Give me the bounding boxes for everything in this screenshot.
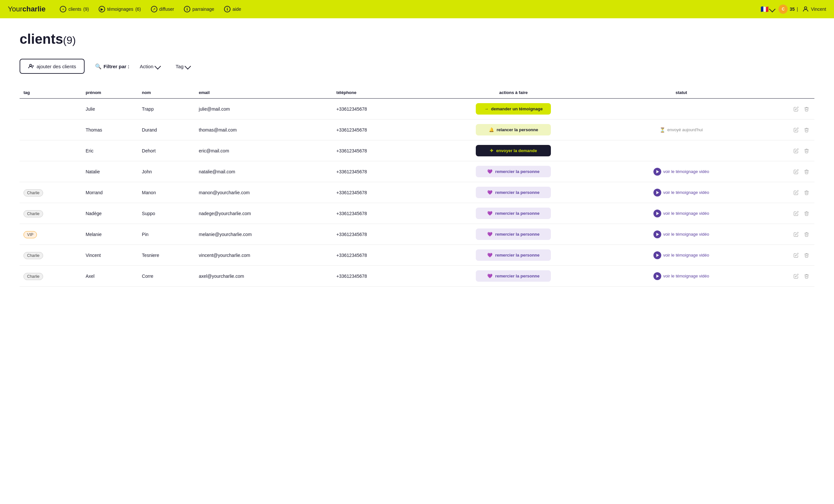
action-button[interactable]: 💜remercier la personne [476, 187, 551, 198]
cell-statut: voir le témoignage vidéo [607, 224, 755, 245]
aide-icon: ℹ [224, 6, 231, 13]
voir-temoignage-button[interactable]: voir le témoignage vidéo [653, 168, 709, 176]
delete-button[interactable] [803, 126, 811, 134]
user-menu[interactable]: Vincent [802, 5, 826, 13]
cell-email: julie@mail.com [195, 98, 332, 119]
delete-button[interactable] [803, 210, 811, 217]
edit-button[interactable] [792, 210, 800, 217]
action-label: remercier la personne [495, 169, 540, 174]
action-button[interactable]: 💜remercier la personne [476, 166, 551, 177]
edit-icon [793, 169, 799, 174]
cell-action: 💜remercier la personne [420, 245, 607, 266]
navbar: Yourcharlie + clients (9) ▶ témoignages … [0, 0, 834, 18]
action-button[interactable]: 💜remercier la personne [476, 229, 551, 240]
cell-email: melanie@yourcharlie.com [195, 224, 332, 245]
cell-email: natalie@mail.com [195, 161, 332, 182]
hourglass-icon: ⏳ [660, 127, 665, 133]
nav-aide[interactable]: ℹ aide [220, 4, 245, 14]
delete-button[interactable] [803, 230, 811, 238]
edit-button[interactable] [792, 272, 800, 280]
cell-prenom: Julie [82, 98, 138, 119]
tag-chevron-icon [184, 63, 191, 70]
cell-statut: voir le témoignage vidéo [607, 203, 755, 224]
col-prenom: prénom [82, 87, 138, 98]
col-tag: tag [20, 87, 82, 98]
nav-clients[interactable]: + clients (9) [56, 4, 93, 14]
toolbar: ajouter des clients 🔍 Filtrer par : Acti… [20, 59, 814, 74]
heart-icon: 💜 [487, 211, 492, 216]
delete-button[interactable] [803, 272, 811, 280]
cell-nom: Corre [138, 266, 195, 287]
tag-filter-button[interactable]: Tag [171, 61, 195, 72]
action-button[interactable]: ✈envoyer la demande [476, 145, 551, 156]
nav-diffuser[interactable]: ↗ diffuser [147, 4, 178, 14]
heart-icon: 💜 [487, 190, 492, 195]
edit-button[interactable] [792, 126, 800, 134]
tag-pill: Charlie [23, 273, 43, 280]
row-actions [759, 230, 811, 238]
delete-button[interactable] [803, 105, 811, 113]
action-button[interactable]: →demander un témoignage [476, 103, 551, 115]
delete-icon [804, 274, 809, 279]
voir-temoignage-button[interactable]: voir le témoignage vidéo [653, 189, 709, 197]
action-label: remercier la personne [495, 274, 540, 278]
table-row: JulieTrappjulie@mail.com+33612345678→dem… [20, 98, 814, 119]
nav-parrainage[interactable]: ℹ parrainage [180, 4, 218, 14]
voir-label: voir le témoignage vidéo [663, 211, 709, 216]
voir-temoignage-button[interactable]: voir le témoignage vidéo [653, 251, 709, 259]
clients-table: tag prénom nom email téléphone actions à… [20, 87, 814, 287]
cell-prenom: Melanie [82, 224, 138, 245]
play-icon [653, 230, 661, 238]
credits-area[interactable]: C 35 | [778, 5, 798, 14]
page-count: (9) [63, 34, 76, 46]
action-button[interactable]: 💜remercier la personne [476, 208, 551, 219]
brand-name-bold: charlie [22, 5, 45, 13]
delete-button[interactable] [803, 189, 811, 197]
action-label: envoyer la demande [496, 148, 537, 153]
action-button[interactable]: 🔔relancer la personne [476, 124, 551, 135]
tag-pill: Charlie [23, 210, 43, 217]
nav-temoignages-label: témoignages [107, 6, 133, 12]
nav-temoignages[interactable]: ▶ témoignages (6) [95, 4, 145, 14]
action-button[interactable]: 💜remercier la personne [476, 270, 551, 282]
edit-button[interactable] [792, 189, 800, 197]
delete-icon [804, 190, 809, 195]
cell-nom: Pin [138, 224, 195, 245]
cell-tag: Charlie [20, 203, 82, 224]
voir-temoignage-button[interactable]: voir le témoignage vidéo [653, 272, 709, 280]
delete-button[interactable] [803, 147, 811, 155]
delete-button[interactable] [803, 251, 811, 259]
cell-email: vincent@yourcharlie.com [195, 245, 332, 266]
cell-row-actions [755, 140, 814, 161]
cell-email: nadege@yourcharlie.com [195, 203, 332, 224]
edit-button[interactable] [792, 105, 800, 113]
cell-nom: Durand [138, 119, 195, 140]
table-row: CharlieAxelCorreaxel@yourcharlie.com+336… [20, 266, 814, 287]
table-body: JulieTrappjulie@mail.com+33612345678→dem… [20, 98, 814, 287]
cell-telephone: +33612345678 [332, 182, 420, 203]
cell-row-actions [755, 245, 814, 266]
edit-button[interactable] [792, 147, 800, 155]
edit-button[interactable] [792, 168, 800, 176]
table-row: ThomasDurandthomas@mail.com+33612345678🔔… [20, 119, 814, 140]
edit-button[interactable] [792, 230, 800, 238]
add-clients-button[interactable]: ajouter des clients [20, 59, 85, 74]
diffuser-icon: ↗ [151, 6, 157, 13]
cell-prenom: Eric [82, 140, 138, 161]
delete-icon [804, 253, 809, 258]
table-row: CharlieVincentTesnierevincent@yourcharli… [20, 245, 814, 266]
cell-row-actions [755, 98, 814, 119]
delete-button[interactable] [803, 168, 811, 176]
credits-icon: C [778, 5, 788, 14]
cell-action: 💜remercier la personne [420, 161, 607, 182]
edit-button[interactable] [792, 251, 800, 259]
action-filter-button[interactable]: Action [134, 61, 165, 72]
cell-row-actions [755, 182, 814, 203]
language-selector[interactable]: 🇫🇷 [761, 5, 774, 13]
action-button[interactable]: 💜remercier la personne [476, 249, 551, 261]
voir-temoignage-button[interactable]: voir le témoignage vidéo [653, 210, 709, 217]
nav-clients-count: (9) [83, 6, 89, 12]
voir-temoignage-button[interactable]: voir le témoignage vidéo [653, 230, 709, 238]
brand-logo[interactable]: Yourcharlie [8, 5, 45, 14]
credits-count: 35 [790, 6, 795, 12]
